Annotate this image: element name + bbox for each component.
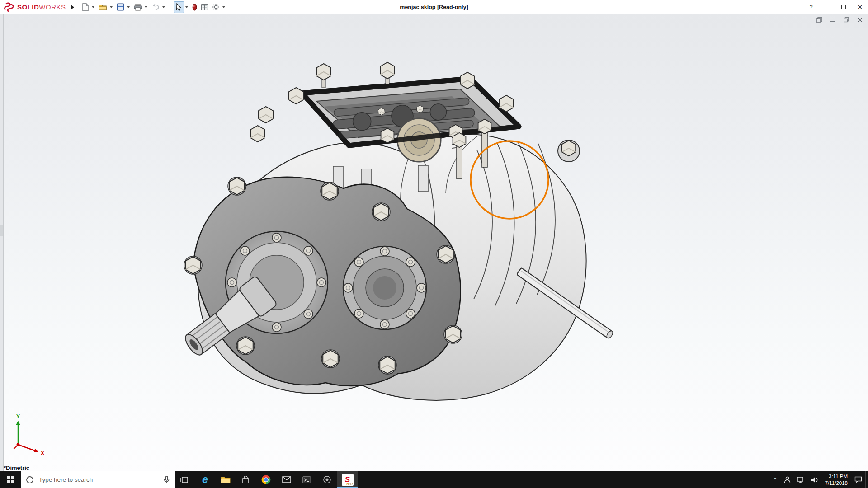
doc-restore-button[interactable] [843, 17, 850, 23]
network-icon[interactable] [794, 471, 808, 488]
splitter-handle-icon[interactable] [0, 225, 3, 236]
start-icon [7, 476, 14, 483]
file-explorer-icon [221, 476, 231, 483]
store-button[interactable] [236, 471, 256, 488]
select-cursor-icon[interactable] [174, 1, 184, 13]
doc-minimize-button[interactable] [829, 17, 836, 23]
people-icon[interactable] [781, 471, 794, 488]
chrome-icon [261, 475, 271, 484]
new-document-icon[interactable] [80, 1, 90, 13]
doc-close-button[interactable] [856, 17, 863, 23]
document-window-controls [816, 17, 863, 23]
open-dropdown[interactable] [110, 6, 113, 8]
terminal-button[interactable] [297, 471, 317, 488]
settings-gear-icon[interactable] [211, 1, 221, 13]
volume-icon[interactable] [808, 471, 821, 488]
app-titlebar: SOLIDWORKS [0, 0, 868, 14]
clock-date: 7/11/2018 [825, 480, 848, 487]
3d-model-viewport[interactable]: Y X [0, 14, 868, 471]
chrome-button[interactable] [256, 471, 276, 488]
document-title: menjac sklop [Read-only] [400, 0, 468, 14]
toolbar-flyout-arrow-icon[interactable] [71, 5, 74, 10]
edge-button[interactable]: e [195, 471, 215, 488]
graphics-area[interactable]: Y X *Dimetric [0, 14, 868, 471]
realview-icon[interactable] [191, 1, 198, 13]
orientation-triad: Y X [14, 413, 44, 456]
system-tray: ⌃ 3:11 PM 7/11/2018 [770, 471, 868, 488]
triad-x-label: X [41, 450, 44, 456]
taskbar-search[interactable] [21, 471, 175, 488]
close-icon: ✕ [857, 4, 863, 10]
triad-y-label: Y [16, 413, 20, 420]
print-icon[interactable] [132, 1, 143, 13]
minimize-icon [825, 7, 830, 7]
new-document-dropdown[interactable] [92, 6, 94, 8]
settings-dropdown[interactable] [222, 6, 225, 8]
help-button[interactable]: ? [803, 0, 819, 14]
mail-icon [282, 476, 291, 483]
solidworks-logo-icon [4, 2, 15, 12]
minimize-button[interactable] [819, 0, 835, 14]
store-icon [242, 476, 250, 484]
options-book-icon[interactable] [199, 1, 210, 13]
terminal-icon [302, 476, 311, 483]
task-view-button[interactable] [175, 471, 195, 488]
task-view-icon [180, 476, 189, 483]
close-button[interactable]: ✕ [852, 0, 868, 14]
show-desktop-button[interactable] [865, 471, 868, 488]
brand-wordmark: SOLIDWORKS [17, 3, 66, 11]
tray-chevron-icon[interactable]: ⌃ [770, 471, 781, 488]
undo-dropdown[interactable] [162, 6, 165, 8]
start-button[interactable] [0, 471, 21, 488]
access-plate[interactable] [343, 246, 426, 329]
save-icon[interactable] [115, 1, 126, 13]
file-explorer-button[interactable] [215, 471, 236, 488]
action-center-button[interactable] [851, 471, 865, 488]
solidworks-icon: S 2017 [342, 474, 354, 486]
undo-icon[interactable] [150, 1, 161, 13]
windows-taskbar: e [0, 471, 868, 488]
select-dropdown[interactable] [185, 6, 188, 8]
edge-icon: e [202, 474, 208, 486]
solidworks-taskbar-button[interactable]: S 2017 [337, 471, 358, 488]
maximize-button[interactable] [835, 0, 852, 14]
search-input[interactable] [38, 476, 160, 483]
solidworks-brand: SOLIDWORKS [0, 2, 69, 12]
open-icon[interactable] [97, 1, 108, 13]
feature-manager-splitter[interactable] [0, 14, 4, 471]
view-orientation-label: *Dimetric [4, 465, 29, 471]
mail-button[interactable] [276, 471, 297, 488]
action-center-icon [854, 476, 862, 483]
save-dropdown[interactable] [127, 6, 130, 8]
maximize-icon [841, 5, 846, 9]
settings-icon [323, 475, 331, 484]
print-dropdown[interactable] [145, 6, 147, 8]
doc-cascade-button[interactable] [816, 17, 823, 23]
clock-time: 3:11 PM [825, 473, 848, 480]
toolbar-separator [170, 3, 170, 12]
microphone-icon[interactable] [164, 476, 170, 484]
settings-app-button[interactable] [317, 471, 337, 488]
cortana-circle-icon [26, 476, 34, 484]
taskbar-clock[interactable]: 3:11 PM 7/11/2018 [821, 473, 851, 487]
